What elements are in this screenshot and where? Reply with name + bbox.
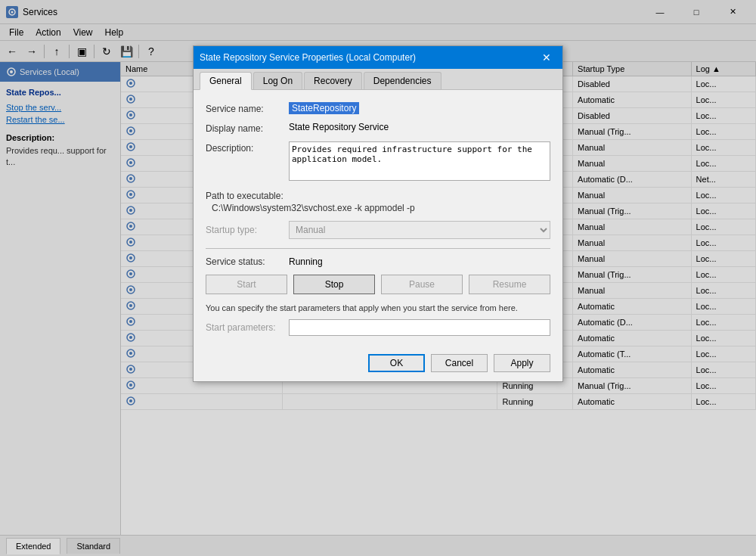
apply-button[interactable]: Apply [494,354,550,372]
service-status-row: Service status: Running [206,256,550,267]
service-name-value: StateRepository [289,102,550,114]
dialog: State Repository Service Properties (Loc… [193,45,563,382]
display-name-row: Display name: State Repository Service [206,122,550,134]
dialog-tab-bar: General Log On Recovery Dependencies [194,69,562,89]
params-input[interactable] [289,319,550,336]
description-textarea-wrapper: Provides required infrastructure support… [289,141,550,183]
description-label: Description: [206,141,289,154]
tab-recovery[interactable]: Recovery [304,72,362,89]
tab-logon[interactable]: Log On [253,72,302,89]
start-params-row: Start parameters: [206,319,550,336]
stop-button[interactable]: Stop [293,275,375,294]
tab-general[interactable]: General [200,72,252,90]
modal-overlay: State Repository Service Properties (Loc… [0,0,756,556]
description-row: Description: Provides required infrastru… [206,141,550,183]
dialog-close-button[interactable]: ✕ [537,48,556,67]
service-name-label: Service name: [206,102,289,114]
pause-button[interactable]: Pause [381,275,463,294]
dialog-footer: OK Cancel Apply [194,348,562,381]
startup-type-row: Startup type: AutomaticAutomatic (Delaye… [206,221,550,239]
dialog-title-text: State Repository Service Properties (Loc… [200,52,537,63]
service-name-row: Service name: StateRepository [206,102,550,114]
service-status-value: Running [289,256,323,267]
service-control-buttons: Start Stop Pause Resume [206,275,550,294]
resume-button[interactable]: Resume [469,275,550,294]
divider-1 [206,248,550,249]
display-name-label: Display name: [206,122,289,134]
service-name-highlight: StateRepository [289,102,359,114]
tab-dependencies[interactable]: Dependencies [364,72,442,89]
display-name-value: State Repository Service [289,122,550,132]
params-label: Start parameters: [206,322,289,333]
description-textarea[interactable]: Provides required infrastructure support… [289,141,550,181]
start-button[interactable]: Start [206,275,287,294]
path-value: C:\Windows\system32\svchost.exe -k appmo… [212,203,550,213]
path-section: Path to executable: C:\Windows\system32\… [206,191,550,213]
startup-type-label: Startup type: [206,225,289,235]
dialog-title-bar: State Repository Service Properties (Loc… [194,46,562,69]
service-status-label: Service status: [206,256,289,267]
ok-button[interactable]: OK [368,354,425,372]
cancel-button[interactable]: Cancel [431,354,488,372]
tab-content-general: Service name: StateRepository Display na… [194,89,562,348]
startup-type-select[interactable]: AutomaticAutomatic (Delayed Start)Manual… [289,221,550,239]
params-help-text: You can specify the start parameters tha… [206,302,550,315]
path-label: Path to executable: [206,191,550,201]
